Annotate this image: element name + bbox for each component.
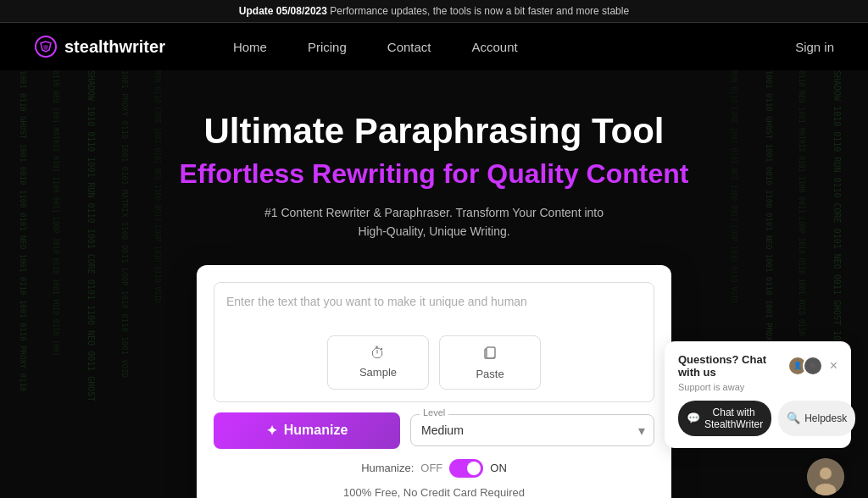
helpdesk-button[interactable]: 🔍 Helpdesk bbox=[778, 401, 855, 436]
nav-contact[interactable]: Contact bbox=[387, 40, 431, 54]
chat-avatar-2: ⚙ bbox=[803, 356, 823, 376]
paste-button[interactable]: Paste bbox=[439, 335, 541, 390]
main-card: Enter the text that you want to make it … bbox=[197, 265, 671, 498]
nav-home[interactable]: Home bbox=[233, 40, 267, 54]
announcement-bold: Update 05/08/2023 bbox=[239, 5, 327, 17]
nav-links: Home Pricing Contact Account bbox=[233, 40, 795, 54]
textarea-placeholder: Enter the text that you want to make it … bbox=[226, 295, 642, 308]
toggle-on-label: ON bbox=[490, 462, 507, 474]
logo-text: stealthwriter bbox=[64, 37, 165, 57]
chat-primary-button[interactable]: 💬 Chat with StealthWriter bbox=[678, 401, 771, 436]
humanize-icon: ✦ bbox=[266, 423, 277, 439]
hero-section: 1001 0110 GHOST 1001 0010 1100 0101 NEO … bbox=[0, 70, 868, 498]
toggle-prefix: Humanize: bbox=[361, 462, 414, 474]
humanize-toggle[interactable] bbox=[449, 459, 483, 478]
chat-title: Questions? Chat with us bbox=[678, 353, 787, 379]
logo[interactable]: stealthwriter bbox=[34, 35, 165, 58]
chat-close-button[interactable]: × bbox=[830, 358, 837, 374]
action-buttons-group: ⏱ Sample Paste bbox=[226, 335, 642, 390]
chat-bubble-icon: 💬 bbox=[687, 412, 700, 424]
chat-status: Support is away bbox=[678, 382, 837, 392]
hero-subtitle: Effortless Rewriting for Quality Content bbox=[180, 158, 689, 190]
agent-avatar-bubble[interactable] bbox=[807, 458, 844, 495]
announcement-bar: Update 05/08/2023 Performance updates, t… bbox=[0, 0, 868, 23]
hero-title: Ultimate Paraphrasing Tool bbox=[204, 111, 665, 152]
agent-avatar-icon bbox=[807, 458, 844, 495]
free-text: 100% Free, No Credit Card Required bbox=[214, 486, 654, 498]
helpdesk-icon: 🔍 bbox=[787, 412, 800, 424]
toggle-off-label: OFF bbox=[420, 462, 442, 474]
nav-signin[interactable]: Sign in bbox=[795, 40, 834, 54]
nav-account[interactable]: Account bbox=[472, 40, 518, 54]
humanize-button[interactable]: ✦ Humanize bbox=[214, 412, 400, 449]
paste-icon bbox=[482, 345, 498, 364]
sample-icon: ⏱ bbox=[370, 345, 386, 362]
sample-button[interactable]: ⏱ Sample bbox=[327, 335, 429, 390]
humanize-toggle-row: Humanize: OFF ON bbox=[214, 459, 654, 478]
level-label: Level bbox=[420, 407, 448, 418]
toggle-thumb bbox=[467, 462, 481, 475]
hero-description: #1 Content Rewriter & Paraphraser. Trans… bbox=[264, 203, 604, 241]
text-input-area[interactable]: Enter the text that you want to make it … bbox=[214, 282, 654, 402]
announcement-text: Performance updates, the tools is now a … bbox=[330, 5, 629, 17]
level-select[interactable]: Low Medium High bbox=[411, 415, 654, 445]
chat-buttons-group: 💬 Chat with StealthWriter 🔍 Helpdesk bbox=[678, 401, 837, 436]
nav-pricing[interactable]: Pricing bbox=[308, 40, 347, 54]
chat-widget-header: Questions? Chat with us 👤 ⚙ × bbox=[678, 353, 837, 379]
level-select-wrapper: Level Low Medium High ▾ bbox=[410, 414, 654, 446]
controls-row: ✦ Humanize Level Low Medium High ▾ bbox=[214, 412, 654, 449]
chat-widget: Questions? Chat with us 👤 ⚙ × Support is… bbox=[665, 341, 851, 448]
logo-icon bbox=[34, 35, 58, 58]
svg-point-3 bbox=[820, 468, 832, 479]
navbar: stealthwriter Home Pricing Contact Accou… bbox=[0, 23, 868, 70]
